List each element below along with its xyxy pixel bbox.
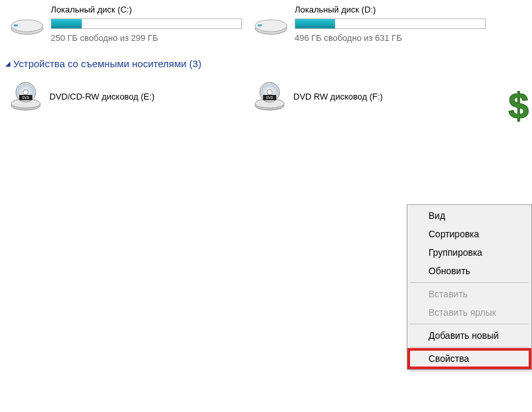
svg-text:DVD: DVD bbox=[266, 96, 274, 100]
svg-rect-2 bbox=[14, 24, 18, 26]
svg-rect-5 bbox=[258, 24, 262, 26]
drive-status: 250 ГБ свободно из 299 ГБ bbox=[51, 33, 242, 43]
menu-separator bbox=[410, 347, 529, 347]
removable-section-header[interactable]: ◢ Устройства со съемными носителями (3) bbox=[0, 46, 532, 77]
drive-name: Локальный диск (D:) bbox=[295, 5, 486, 15]
dollar-icon: $ bbox=[503, 84, 529, 131]
hard-drive-icon bbox=[10, 3, 44, 38]
section-title: Устройства со съемными носителями (3) bbox=[13, 58, 201, 69]
capacity-bar bbox=[51, 18, 242, 29]
dvd-drive-e[interactable]: DVD DVD/CD-RW дисковод (E:) bbox=[7, 77, 237, 115]
menu-add-new[interactable]: Добавить новый bbox=[409, 326, 530, 345]
svg-text:$: $ bbox=[508, 85, 529, 127]
drive-d[interactable]: Локальный диск (D:) 496 ГБ свободно из 6… bbox=[251, 0, 481, 46]
dvd-drive-icon: DVD bbox=[254, 80, 285, 112]
removable-drives-row: DVD DVD/CD-RW дисковод (E:) DVD DVD RW д… bbox=[0, 77, 532, 115]
drive-info: Локальный диск (D:) 496 ГБ свободно из 6… bbox=[295, 3, 486, 43]
hard-drives-row: Локальный диск (C:) 250 ГБ свободно из 2… bbox=[0, 0, 532, 46]
hard-drive-icon bbox=[254, 3, 288, 38]
capacity-fill bbox=[51, 19, 82, 28]
context-menu: Вид Сортировка Группировка Обновить Вста… bbox=[407, 204, 532, 370]
capacity-bar bbox=[295, 18, 486, 29]
drive-c[interactable]: Локальный диск (C:) 250 ГБ свободно из 2… bbox=[7, 0, 237, 46]
menu-group[interactable]: Группировка bbox=[409, 243, 530, 262]
dvd-drive-f[interactable]: DVD DVD RW дисковод (F:) bbox=[251, 77, 481, 115]
drive-name: DVD RW дисковод (F:) bbox=[293, 92, 383, 102]
drive-name: Локальный диск (C:) bbox=[51, 5, 242, 15]
dvd-drive-icon: DVD bbox=[10, 80, 42, 112]
menu-sort[interactable]: Сортировка bbox=[409, 225, 530, 243]
capacity-fill bbox=[295, 19, 335, 28]
menu-separator bbox=[410, 282, 529, 283]
menu-paste: Вставить bbox=[409, 285, 530, 303]
drive-name: DVD/CD-RW дисковод (E:) bbox=[49, 92, 154, 102]
menu-view[interactable]: Вид bbox=[409, 206, 530, 225]
svg-point-17 bbox=[267, 90, 272, 95]
menu-separator bbox=[410, 324, 529, 324]
drive-info: Локальный диск (C:) 250 ГБ свободно из 2… bbox=[51, 3, 242, 43]
drive-status: 496 ГБ свободно из 631 ГБ bbox=[295, 33, 486, 43]
menu-refresh[interactable]: Обновить bbox=[409, 262, 530, 280]
svg-text:DVD: DVD bbox=[22, 96, 30, 100]
svg-point-10 bbox=[23, 90, 28, 95]
menu-paste-shortcut: Вставить ярлык bbox=[409, 303, 530, 322]
menu-properties[interactable]: Свойства bbox=[409, 349, 530, 368]
collapse-arrow-icon: ◢ bbox=[5, 60, 11, 67]
